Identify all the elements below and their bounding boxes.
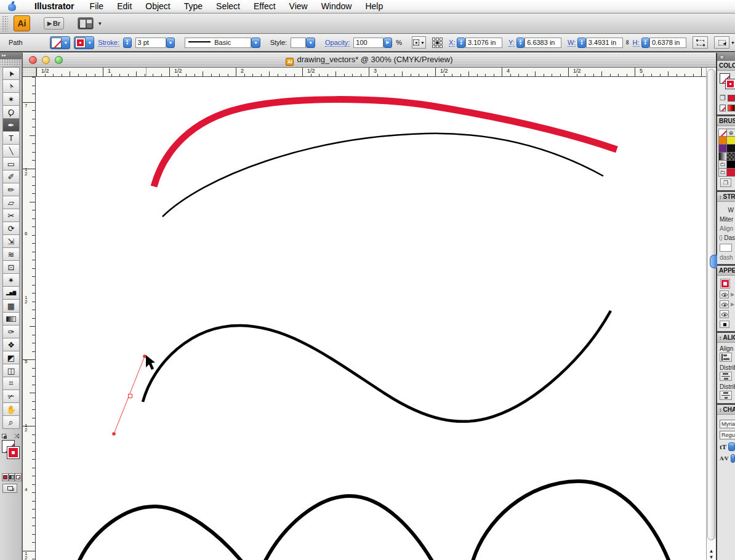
transform-options-button[interactable]	[693, 36, 708, 49]
swatch-color[interactable]	[718, 137, 727, 145]
panel-collapse-icon[interactable]: ↕	[719, 407, 722, 413]
swatch-color[interactable]	[727, 145, 735, 153]
font-style-field[interactable]: Regular	[720, 431, 735, 439]
fill-dropdown-arrow-icon[interactable]: ▼	[62, 41, 69, 45]
scrollbar-thumb[interactable]	[707, 69, 715, 540]
stroke-color-button[interactable]: ▼	[74, 36, 94, 49]
tool-slice[interactable]: ✃	[2, 390, 20, 403]
tool-pen[interactable]: ✒	[2, 119, 20, 132]
color-fill-stroke-icon[interactable]	[720, 73, 735, 92]
menu-object[interactable]: Object	[139, 0, 177, 14]
menu-window[interactable]: Window	[315, 0, 359, 14]
dock-collapse-knob[interactable]	[710, 255, 717, 268]
workspace-dropdown-arrow-icon[interactable]: ▼	[97, 21, 102, 26]
appearance-stroke-swatch[interactable]	[720, 279, 730, 289]
palette-collapse-icon[interactable]: ▸▸	[0, 52, 22, 59]
anchor-start[interactable]	[112, 432, 116, 436]
brush-dropdown-icon[interactable]: ▼	[251, 38, 260, 48]
menu-illustrator[interactable]: Illustrator	[28, 0, 83, 14]
brush-definition-field[interactable]: Basic	[185, 38, 251, 48]
dashed-line-checkbox[interactable]	[720, 235, 722, 241]
bump-2[interactable]	[264, 496, 433, 560]
opacity-dropdown-icon[interactable]: ▶	[384, 38, 392, 48]
recolor-dropdown-arrow-icon[interactable]: ▼	[420, 41, 425, 45]
tool-mesh[interactable]: ▦	[2, 300, 20, 313]
reference-point-grid-icon[interactable]	[432, 38, 443, 48]
none-chip[interactable]	[720, 105, 726, 111]
tool-live-paint-bucket[interactable]: ◩	[2, 351, 20, 364]
menu-type[interactable]: Type	[177, 0, 209, 14]
tool-column-graph[interactable]: ▂▅▇	[2, 287, 20, 300]
vertical-scrollbar[interactable]: ▲ ▼	[706, 68, 716, 560]
visibility-eye-icon[interactable]	[720, 290, 729, 298]
align-left-button[interactable]	[720, 353, 732, 362]
x-stepper[interactable]: ▲▼	[457, 38, 465, 48]
swatch-color[interactable]	[718, 145, 727, 153]
swatch-registration-icon[interactable]: ⊕	[727, 129, 735, 137]
fill-color-button[interactable]: ▼	[50, 36, 70, 49]
expand-triangle-icon[interactable]: ▶	[731, 292, 734, 297]
tool-gradient[interactable]	[2, 313, 20, 326]
dock-titlebar[interactable]	[717, 53, 735, 61]
x-field[interactable]: 3.1076 in	[465, 38, 502, 48]
swatch-none[interactable]	[718, 129, 727, 137]
tool-magic-wand[interactable]: ✶	[2, 93, 20, 106]
scroll-up-arrow-icon[interactable]: ▲	[707, 548, 716, 554]
screen-mode-button[interactable]	[2, 484, 17, 493]
menu-edit[interactable]: Edit	[110, 0, 139, 14]
style-dropdown-icon[interactable]: ▼	[306, 38, 315, 48]
out-of-gamut-cube-icon[interactable]: ❒	[720, 94, 726, 102]
isolate-selection-button[interactable]: ➤	[714, 36, 729, 49]
align-panel-header[interactable]: ↕ALIGN	[717, 333, 735, 343]
tool-rotate[interactable]: ⟳	[2, 222, 20, 235]
panel-collapse-icon[interactable]: ↕	[719, 335, 722, 341]
stroke-link[interactable]: Stroke:	[98, 39, 119, 47]
character-panel-header[interactable]: ↕CHARACTER	[717, 405, 735, 415]
distribute-spacing-button[interactable]	[720, 391, 732, 400]
swatch-gradient[interactable]	[718, 153, 727, 161]
swap-fill-stroke-icon[interactable]: ⤨	[14, 433, 19, 440]
vertical-ruler[interactable]: 71 261 251 241 2	[23, 77, 36, 560]
tool-eyedropper[interactable]: ✑	[2, 326, 20, 338]
tool-live-paint-selection[interactable]: ◫	[2, 364, 20, 377]
anchor-mid[interactable]	[129, 394, 132, 398]
stroke-panel-header[interactable]: ↕STROKE	[717, 192, 735, 202]
tool-rectangle[interactable]: ▭	[2, 158, 20, 170]
canvas[interactable]	[36, 77, 707, 560]
workspace-columns-icon[interactable]	[78, 17, 94, 30]
y-stepper[interactable]: ▲▼	[516, 38, 525, 48]
stroke-dropdown-arrow-icon[interactable]: ▼	[86, 41, 93, 45]
tool-direct-selection[interactable]: ➢	[2, 80, 20, 93]
tool-lasso[interactable]: Ϙ	[2, 106, 20, 119]
palette-drag-grip[interactable]	[0, 59, 22, 67]
new-brush-button[interactable]: ❐	[720, 178, 731, 187]
kerning-stepper[interactable]	[731, 454, 735, 463]
swatch-color[interactable]	[727, 161, 735, 169]
h-stepper[interactable]: ▲▼	[641, 38, 650, 48]
menu-view[interactable]: View	[283, 0, 315, 14]
thin-black-curve[interactable]	[163, 134, 603, 217]
distribute-vcenter-button[interactable]	[720, 372, 732, 381]
stroke-weight-dropdown-icon[interactable]: ▼	[166, 38, 175, 48]
menu-help[interactable]: Help	[358, 0, 390, 14]
tool-zoom[interactable]: ⌕	[2, 416, 20, 429]
anchor-end[interactable]	[143, 354, 147, 358]
none-mode-button[interactable]	[15, 473, 22, 481]
pen-cursor[interactable]	[146, 355, 155, 370]
tool-scissors[interactable]: ✂	[2, 209, 20, 222]
font-family-field[interactable]: Myriad	[720, 420, 735, 428]
red-curve[interactable]	[154, 100, 617, 186]
dash-field[interactable]	[720, 244, 732, 252]
menu-select[interactable]: Select	[209, 0, 247, 14]
canvas-artwork[interactable]	[36, 77, 707, 560]
tool-scale[interactable]: ⇲	[2, 235, 20, 248]
tool-line-segment[interactable]: ╲	[2, 145, 20, 158]
stroke-swatch-red[interactable]	[7, 446, 20, 459]
recolor-artwork-button[interactable]: ▼	[412, 36, 426, 49]
tool-symbol-sprayer[interactable]: ✴	[2, 274, 20, 287]
tool-eraser[interactable]: ▱	[2, 196, 20, 209]
tool-free-transform[interactable]: ⊡	[2, 261, 20, 274]
tool-blend[interactable]: ❖	[2, 338, 20, 351]
scroll-down-arrow-icon[interactable]: ▼	[707, 554, 716, 560]
color-spectrum-ramp[interactable]	[728, 105, 735, 111]
